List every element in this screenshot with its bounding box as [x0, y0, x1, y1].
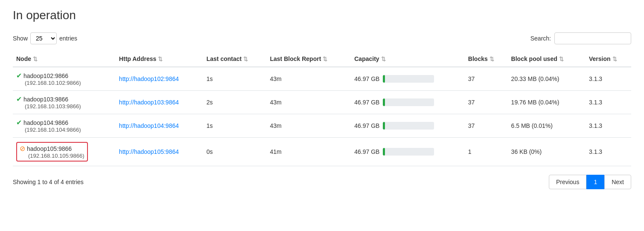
- node-cell: ✔hadoop103:9866(192.168.10.103:9866): [13, 91, 116, 114]
- http-address-cell: http://hadoop102:9864: [116, 67, 203, 91]
- search-area: Search:: [530, 32, 631, 44]
- last-contact-cell: 2s: [203, 91, 267, 114]
- last-block-report-cell: 43m: [267, 91, 351, 114]
- node-cell: ⊘hadoop105:9866(192.168.10.105:9866): [13, 138, 116, 166]
- search-label: Search:: [530, 35, 551, 42]
- check-icon: ✔: [16, 95, 22, 103]
- capacity-cell: 46.97 GB: [351, 138, 465, 166]
- capacity-cell: 46.97 GB: [351, 67, 465, 91]
- toolbar: Show 25 10 50 100 entries Search:: [13, 32, 631, 44]
- last-block-report-cell: 43m: [267, 67, 351, 91]
- node-subtext: (192.168.10.104:9866): [25, 127, 112, 133]
- node-hostname: hadoop102:9866: [23, 72, 68, 79]
- nodes-table: Node Http Address Last contact Last Bloc…: [13, 51, 631, 166]
- block-pool-used-cell: 20.33 MB (0.04%): [508, 67, 586, 91]
- check-icon: ✔: [16, 72, 22, 80]
- last-contact-sort-icon[interactable]: [243, 55, 248, 62]
- col-block-pool-used: Block pool used: [508, 51, 586, 67]
- col-last-contact: Last contact: [203, 51, 267, 67]
- block-pool-used-cell: 36 KB (0%): [508, 138, 586, 166]
- show-label: Show: [13, 35, 28, 42]
- node-hostname: hadoop104:9866: [23, 119, 68, 126]
- node-name: ✔hadoop103:9866: [16, 95, 112, 103]
- blocks-cell: 37: [465, 91, 508, 114]
- entries-select[interactable]: 25 10 50 100: [30, 32, 57, 44]
- capacity-text: 46.97 GB: [354, 75, 379, 82]
- version-cell: 3.1.3: [586, 138, 631, 166]
- http-address-cell: http://hadoop103:9864: [116, 91, 203, 114]
- page-buttons: Previous 1 Next: [549, 175, 631, 189]
- table-row: ✔hadoop102:9866(192.168.10.102:9866)http…: [13, 67, 631, 91]
- show-entries-control: Show 25 10 50 100 entries: [13, 32, 77, 44]
- last-contact-cell: 0s: [203, 138, 267, 166]
- blocks-cell: 37: [465, 114, 508, 138]
- node-name: ✔hadoop104:9866: [16, 118, 112, 127]
- table-row: ⊘hadoop105:9866(192.168.10.105:9866)http…: [13, 138, 631, 166]
- pagination: Showing 1 to 4 of 4 entries Previous 1 N…: [13, 175, 631, 189]
- capacity-bar: [383, 98, 385, 106]
- http-address-sort-icon[interactable]: [158, 55, 163, 62]
- capacity-bar-wrap: [383, 75, 434, 83]
- http-address-link[interactable]: http://hadoop105:9864: [119, 148, 179, 155]
- node-name: ✔hadoop102:9866: [16, 72, 112, 80]
- page-1-button[interactable]: 1: [586, 175, 604, 189]
- page-title: In operation: [13, 9, 631, 22]
- http-address-link[interactable]: http://hadoop104:9864: [119, 122, 179, 129]
- http-address-link[interactable]: http://hadoop102:9864: [119, 75, 179, 82]
- showing-text: Showing 1 to 4 of 4 entries: [13, 179, 84, 185]
- next-button[interactable]: Next: [604, 175, 631, 189]
- last-contact-cell: 1s: [203, 67, 267, 91]
- col-http-address: Http Address: [116, 51, 203, 67]
- capacity-text: 46.97 GB: [354, 122, 379, 129]
- node-cell: ✔hadoop102:9866(192.168.10.102:9866): [13, 67, 116, 91]
- capacity-cell: 46.97 GB: [351, 114, 465, 138]
- node-subtext: (192.168.10.103:9866): [25, 103, 112, 110]
- node-subtext: (192.168.10.102:9866): [25, 80, 112, 86]
- node-hostname: hadoop105:9866: [27, 145, 72, 152]
- col-last-block-report: Last Block Report: [267, 51, 351, 67]
- capacity-text: 46.97 GB: [354, 148, 379, 155]
- capacity-cell: 46.97 GB: [351, 91, 465, 114]
- col-node: Node: [13, 51, 116, 67]
- table-header-row: Node Http Address Last contact Last Bloc…: [13, 51, 631, 67]
- blocks-cell: 37: [465, 67, 508, 91]
- capacity-sort-icon[interactable]: [381, 55, 386, 62]
- version-cell: 3.1.3: [586, 67, 631, 91]
- col-capacity: Capacity: [351, 51, 465, 67]
- search-input[interactable]: [554, 32, 631, 44]
- http-address-cell: http://hadoop105:9864: [116, 138, 203, 166]
- last-block-report-cell: 43m: [267, 114, 351, 138]
- table-row: ✔hadoop103:9866(192.168.10.103:9866)http…: [13, 91, 631, 114]
- http-address-cell: http://hadoop104:9864: [116, 114, 203, 138]
- decom-icon: ⊘: [20, 144, 25, 153]
- node-hostname: hadoop103:9866: [23, 96, 68, 103]
- version-cell: 3.1.3: [586, 91, 631, 114]
- http-address-link[interactable]: http://hadoop103:9864: [119, 99, 179, 106]
- node-name: ⊘hadoop105:9866: [20, 144, 85, 153]
- node-subtext: (192.168.10.105:9866): [28, 153, 85, 159]
- capacity-bar: [383, 75, 385, 83]
- previous-button[interactable]: Previous: [549, 175, 586, 189]
- block-pool-used-cell: 19.76 MB (0.04%): [508, 91, 586, 114]
- version-sort-icon[interactable]: [612, 55, 617, 62]
- capacity-bar-wrap: [383, 148, 434, 156]
- last-block-report-sort-icon[interactable]: [323, 55, 327, 62]
- entries-label: entries: [59, 35, 77, 42]
- capacity-text: 46.97 GB: [354, 99, 379, 106]
- table-row: ✔hadoop104:9866(192.168.10.104:9866)http…: [13, 114, 631, 138]
- version-cell: 3.1.3: [586, 114, 631, 138]
- col-blocks: Blocks: [465, 51, 508, 67]
- col-version: Version: [586, 51, 631, 67]
- check-icon: ✔: [16, 118, 22, 127]
- capacity-bar-wrap: [383, 122, 434, 130]
- last-contact-cell: 1s: [203, 114, 267, 138]
- node-sort-icon[interactable]: [33, 55, 38, 62]
- node-cell: ✔hadoop104:9866(192.168.10.104:9866): [13, 114, 116, 138]
- blocks-sort-icon[interactable]: [490, 55, 494, 62]
- capacity-bar: [383, 148, 385, 156]
- capacity-bar-wrap: [383, 98, 434, 106]
- blocks-cell: 1: [465, 138, 508, 166]
- last-block-report-cell: 41m: [267, 138, 351, 166]
- block-pool-sort-icon[interactable]: [559, 55, 564, 62]
- block-pool-used-cell: 6.5 MB (0.01%): [508, 114, 586, 138]
